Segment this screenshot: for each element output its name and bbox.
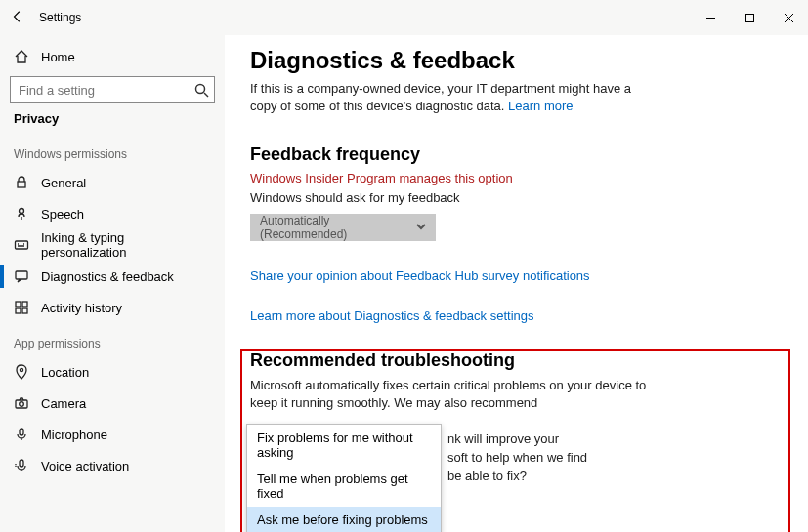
titlebar: Settings [0,0,808,35]
feedback-frequency-dropdown: Automatically (Recommended) [250,214,436,241]
svg-point-1 [196,85,205,94]
sidebar-item-label: General [41,176,86,190]
sidebar-section-title: Privacy [0,111,225,134]
recommended-paragraph: Microsoft automatically fixes certain cr… [250,377,660,414]
chevron-down-icon [416,221,426,234]
sidebar-item-label: Voice activation [41,459,129,473]
window-close[interactable] [769,0,808,35]
sidebar-label-home: Home [41,50,75,64]
dropdown-option[interactable]: Fix problems for me without asking [247,425,441,466]
sidebar-item-speech[interactable]: Speech [0,198,225,229]
intro-body: If this is a company-owned device, your … [250,81,631,113]
sidebar: Home Privacy Windows permissions General… [0,35,225,532]
intro-text: If this is a company-owned device, your … [250,80,660,115]
lock-icon [14,175,29,190]
search-input[interactable] [10,76,215,103]
app-title: Settings [39,11,81,24]
sidebar-item-label: Location [41,365,89,380]
svg-rect-0 [745,14,753,21]
keyboard-icon [14,237,29,253]
svg-rect-6 [16,302,21,307]
home-icon [14,49,29,64]
main-content: Diagnostics & feedback If this is a comp… [225,35,808,532]
sidebar-item-home[interactable]: Home [0,41,225,72]
svg-rect-8 [16,308,21,313]
svg-rect-9 [22,308,27,313]
sidebar-item-general[interactable]: General [0,167,225,198]
dropdown-option-selected[interactable]: Ask me before fixing problems [247,507,441,532]
svg-point-10 [20,368,22,371]
sidebar-item-label: Microphone [41,428,107,442]
back-button[interactable] [0,10,35,26]
sidebar-item-label: Camera [41,396,86,411]
svg-rect-13 [20,429,23,435]
speech-icon [14,206,29,222]
window-maximize[interactable] [730,0,769,35]
group-windows-permissions: Windows permissions [0,134,225,167]
svg-rect-4 [16,241,28,249]
feedback-icon [14,268,29,284]
voice-icon [14,458,29,473]
learn-more-link[interactable]: Learn more [508,99,573,113]
recommended-heading: Recommended troubleshooting [250,350,783,371]
svg-rect-14 [20,460,23,467]
sidebar-item-camera[interactable]: Camera [0,388,225,419]
survey-link[interactable]: Share your opinion about Feedback Hub su… [250,268,783,283]
camera-icon [14,395,29,411]
search-box[interactable] [10,76,215,103]
sidebar-item-label: Activity history [41,301,122,315]
sidebar-item-label: Speech [41,207,84,222]
learn-diagnostics-link[interactable]: Learn more about Diagnostics & feedback … [250,308,783,323]
feedback-ask-label: Windows should ask for my feedback [250,189,660,207]
activity-icon [14,300,29,315]
svg-point-3 [20,209,24,214]
window-minimize[interactable] [691,0,730,35]
svg-rect-5 [16,271,27,279]
sidebar-item-inking[interactable]: Inking & typing personalization [0,229,225,261]
group-app-permissions: App permissions [0,323,225,356]
svg-rect-7 [22,302,27,307]
sidebar-item-location[interactable]: Location [0,356,225,388]
troubleshooting-dropdown[interactable]: Fix problems for me without asking Tell … [246,424,442,532]
sidebar-item-voice-activation[interactable]: Voice activation [0,450,225,481]
sidebar-item-label: Diagnostics & feedback [41,269,174,284]
page-title: Diagnostics & feedback [250,47,783,74]
microphone-icon [14,427,29,442]
obscured-text: nk will improve your soft to help when w… [447,430,587,486]
svg-rect-2 [18,182,25,187]
search-icon [193,82,209,98]
sidebar-item-label: Inking & typing personalization [41,230,211,260]
sidebar-item-diagnostics[interactable]: Diagnostics & feedback [0,261,225,292]
sidebar-item-microphone[interactable]: Microphone [0,419,225,450]
location-icon [14,364,29,380]
sidebar-item-activity[interactable]: Activity history [0,292,225,323]
insider-notice[interactable]: Windows Insider Program manages this opt… [250,171,783,185]
svg-point-12 [20,402,24,407]
dropdown-option[interactable]: Tell me when problems get fixed [247,466,441,507]
feedback-frequency-heading: Feedback frequency [250,144,783,165]
dropdown-value: Automatically (Recommended) [260,214,416,241]
